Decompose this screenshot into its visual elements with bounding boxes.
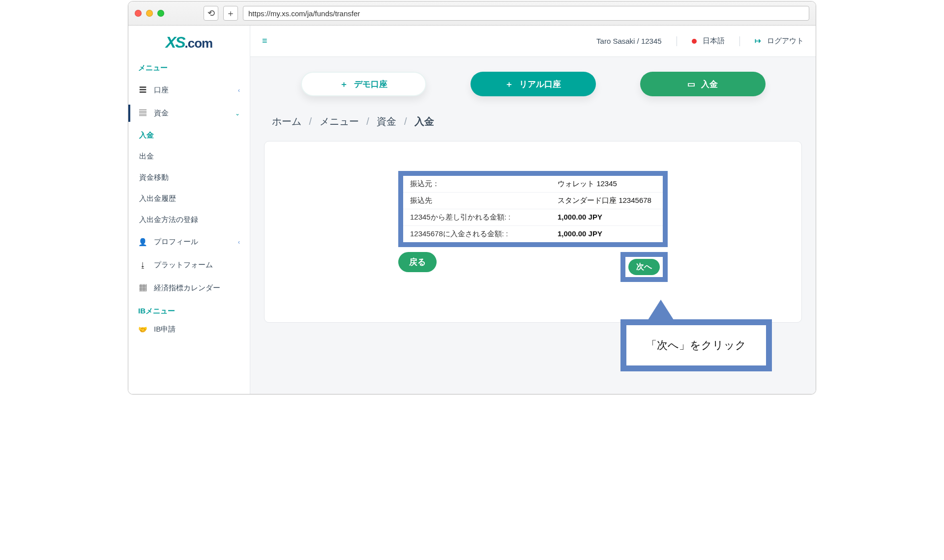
- jp-flag-icon: [692, 39, 697, 44]
- demo-account-button[interactable]: ＋ デモ口座: [301, 72, 426, 96]
- crumb-home[interactable]: ホーム: [272, 116, 301, 127]
- row-value: 1,000.00 JPY: [558, 229, 656, 239]
- user-icon: 👤: [138, 238, 147, 247]
- menu-title: メニュー: [128, 60, 250, 79]
- logout-link[interactable]: ↦ ログアウト: [755, 36, 804, 46]
- content-card: 振込元： ウォレット 12345 振込先 スタンダード口座 12345678 1…: [264, 141, 802, 323]
- sidebar-item-label: プロフィール: [154, 237, 198, 247]
- transfer-summary-highlight: 振込元： ウォレット 12345 振込先 スタンダード口座 12345678 1…: [398, 171, 668, 247]
- row-key: 振込先: [410, 196, 558, 205]
- card-icon: ▭: [687, 79, 695, 89]
- back-button[interactable]: 戻る: [398, 252, 437, 272]
- chevron-down-icon: ⌄: [235, 110, 240, 117]
- crumb-funds[interactable]: 資金: [377, 116, 396, 127]
- logo[interactable]: XS .com: [128, 28, 250, 60]
- chevron-left-icon: ‹: [238, 87, 240, 94]
- main-area: ≡ Taro Sasaki / 12345 日本語 ↦ ログアウト: [250, 26, 816, 394]
- handshake-icon: 🤝: [138, 325, 147, 334]
- calendar-icon: ▦: [138, 283, 147, 293]
- action-row: ＋ デモ口座 ＋ リアル口座 ▭ 入金: [250, 57, 816, 101]
- button-row: 戻る 次へ: [398, 252, 668, 282]
- logo-xs: XS: [166, 33, 185, 52]
- topbar: ≡ Taro Sasaki / 12345 日本語 ↦ ログアウト: [250, 26, 816, 57]
- download-icon: ⭳: [138, 261, 147, 269]
- toggle-sidebar-icon[interactable]: ≡: [262, 36, 267, 46]
- reload-button[interactable]: ⟲: [204, 6, 218, 21]
- row-key: 12345から差し引かれる金額: :: [410, 213, 558, 222]
- separator: [677, 36, 677, 46]
- browser-toolbar: ⟲ ＋ https://my.xs.com/ja/funds/transfer: [128, 1, 816, 26]
- sidebar-item-ib-apply[interactable]: 🤝 IB申請: [128, 322, 250, 341]
- sidebar: XS .com メニュー ☰ 口座 ‹ ▤ 資金 ⌄ 入金 出金 資金移動 入出…: [128, 26, 250, 394]
- sub-item-deposit[interactable]: 入金: [128, 125, 250, 146]
- crumb-current: 入金: [414, 116, 434, 127]
- chevron-left-icon: ‹: [238, 239, 240, 246]
- logout-icon: ↦: [755, 36, 761, 45]
- row-value: 1,000.00 JPY: [558, 213, 656, 222]
- window-min-dot[interactable]: [146, 10, 153, 17]
- ib-menu-title: IBメニュー: [128, 300, 250, 322]
- row-key: 振込元：: [410, 179, 558, 189]
- separator: [739, 36, 740, 46]
- sidebar-item-label: プラットフォーム: [154, 260, 213, 270]
- table-row: 12345678に入金される金額: : 1,000.00 JPY: [403, 225, 663, 242]
- sidebar-item-label: IB申請: [154, 325, 176, 334]
- breadcrumb: ホーム / メニュー / 資金 / 入金: [250, 101, 816, 132]
- crumb-sep: /: [366, 116, 369, 127]
- logo-com: .com: [185, 36, 213, 51]
- button-label: デモ口座: [354, 79, 387, 90]
- sub-item-register-method[interactable]: 入出金方法の登録: [128, 209, 250, 230]
- sub-item-history[interactable]: 入出金履歴: [128, 188, 250, 209]
- sub-item-withdraw[interactable]: 出金: [128, 146, 250, 167]
- sub-item-transfer[interactable]: 資金移動: [128, 167, 250, 188]
- window-close-dot[interactable]: [135, 10, 142, 17]
- table-row: 12345から差し引かれる金額: : 1,000.00 JPY: [403, 209, 663, 225]
- sidebar-item-account[interactable]: ☰ 口座 ‹: [128, 79, 250, 102]
- sidebar-item-label: 資金: [154, 109, 169, 118]
- sidebar-item-calendar[interactable]: ▦ 経済指標カレンダー: [128, 277, 250, 300]
- logout-label: ログアウト: [767, 36, 804, 45]
- wallet-icon: ▤: [138, 109, 147, 118]
- crumb-menu[interactable]: メニュー: [320, 116, 359, 127]
- language-label: 日本語: [703, 36, 725, 45]
- button-label: 入金: [701, 79, 718, 90]
- next-button[interactable]: 次へ: [628, 259, 660, 275]
- table-row: 振込先 スタンダード口座 12345678: [403, 192, 663, 209]
- language-switch[interactable]: 日本語: [692, 36, 725, 46]
- row-value: スタンダード口座 12345678: [558, 196, 656, 205]
- browser-window: ⟲ ＋ https://my.xs.com/ja/funds/transfer …: [128, 1, 816, 394]
- sidebar-item-platform[interactable]: ⭳ プラットフォーム: [128, 253, 250, 277]
- next-highlight: 次へ: [620, 252, 668, 282]
- row-key: 12345678に入金される金額: :: [410, 229, 558, 239]
- crumb-sep: /: [309, 116, 312, 127]
- row-value: ウォレット 12345: [558, 179, 656, 189]
- plus-icon: ＋: [505, 79, 513, 90]
- new-tab-button[interactable]: ＋: [223, 6, 238, 21]
- button-label: リアル口座: [519, 79, 561, 90]
- window-max-dot[interactable]: [157, 10, 164, 17]
- sidebar-item-funds[interactable]: ▤ 資金 ⌄: [128, 102, 250, 125]
- real-account-button[interactable]: ＋ リアル口座: [471, 72, 596, 96]
- address-bar[interactable]: https://my.xs.com/ja/funds/transfer: [243, 6, 809, 21]
- crumb-sep: /: [404, 116, 407, 127]
- sidebar-item-profile[interactable]: 👤 プロフィール ‹: [128, 230, 250, 253]
- user-label[interactable]: Taro Sasaki / 12345: [596, 37, 662, 45]
- list-icon: ☰: [138, 85, 147, 95]
- deposit-button[interactable]: ▭ 入金: [640, 72, 766, 96]
- sidebar-item-label: 口座: [154, 85, 169, 95]
- instruction-callout: 「次へ」をクリック: [620, 319, 772, 371]
- sidebar-item-label: 経済指標カレンダー: [154, 283, 220, 293]
- plus-icon: ＋: [340, 79, 348, 90]
- table-row: 振込元： ウォレット 12345: [403, 176, 663, 192]
- funds-sublist: 入金 出金 資金移動 入出金履歴 入出金方法の登録: [128, 125, 250, 230]
